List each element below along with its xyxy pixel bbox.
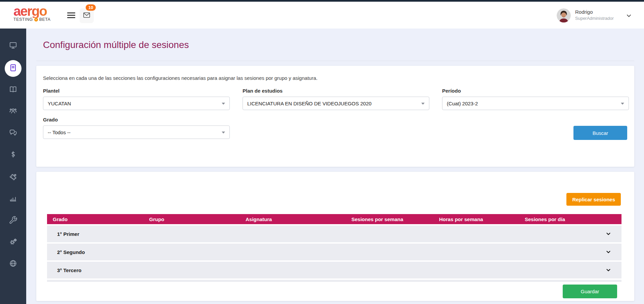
- dollar-icon: [9, 150, 17, 160]
- grade-row-tercero[interactable]: 3° Tercero: [47, 262, 621, 278]
- sidebar-item-web[interactable]: [6, 257, 20, 271]
- table-bottom-strip: [47, 280, 621, 282]
- buscar-button[interactable]: Buscar: [573, 126, 627, 140]
- replicar-sesiones-button[interactable]: Replicar sesiones: [566, 193, 621, 206]
- users-icon: [9, 106, 17, 116]
- logo-ring-icon: [34, 18, 38, 21]
- envelope-icon: [83, 11, 91, 20]
- sidebar-item-reports[interactable]: [6, 192, 20, 206]
- col-asignatura: Asignatura: [240, 216, 346, 222]
- plan-select[interactable]: LICENCIATURA EN DISEÑO DE VIDEOJUEGOS 20…: [243, 97, 429, 110]
- periodo-value: (Cuat) 2023-2: [447, 101, 478, 106]
- grade-row-segundo[interactable]: 2° Segundo: [47, 244, 621, 260]
- monitor-icon: [9, 41, 17, 51]
- col-grupo: Grupo: [143, 216, 240, 222]
- table-header-row: Grado Grupo Asignatura Sesiones por sema…: [47, 214, 621, 224]
- chevron-down-icon[interactable]: [605, 231, 611, 237]
- app-root: aergo TESTING BETA 10: [0, 0, 644, 304]
- logo-wordmark: aergo: [13, 4, 60, 18]
- row-label: 3° Tercero: [47, 267, 81, 273]
- menu-toggle-button[interactable]: [67, 12, 75, 19]
- guardar-button[interactable]: Guardar: [563, 285, 617, 298]
- field-periodo: Período (Cuat) 2023-2: [442, 88, 629, 110]
- plantel-label: Plantel: [43, 88, 230, 94]
- periodo-label: Período: [442, 88, 629, 94]
- row-label: 1° Primer: [47, 231, 79, 237]
- plantel-value: YUCATAN: [48, 101, 71, 106]
- sidebar-item-messages[interactable]: [6, 126, 20, 140]
- logo-beta-label: BETA: [39, 17, 51, 22]
- field-plantel: Plantel YUCATAN: [43, 88, 230, 110]
- caret-down-icon: [421, 103, 425, 105]
- logo-testing-label: TESTING: [13, 17, 33, 22]
- col-horas-semana: Horas por semana: [433, 216, 519, 222]
- periodo-select[interactable]: (Cuat) 2023-2: [442, 97, 629, 110]
- row-label: 2° Segundo: [47, 249, 85, 255]
- page-title: Configuración múltiple de sesiones: [43, 40, 189, 50]
- sidebar-item-modules[interactable]: [6, 171, 20, 185]
- avatar: [557, 8, 571, 22]
- filters-card: Selecciona en cada una de las secciones …: [36, 66, 634, 167]
- messages-count-badge: 10: [86, 4, 96, 11]
- grado-select[interactable]: -- Todos --: [43, 125, 230, 139]
- aergo-logo[interactable]: aergo TESTING BETA: [13, 4, 60, 22]
- bar-chart-icon: [9, 194, 17, 204]
- chat-icon: [9, 128, 17, 138]
- grado-label: Grado: [43, 117, 230, 122]
- field-grado: Grado -- Todos --: [43, 117, 230, 139]
- col-sesiones-semana: Sesiones por semana: [346, 216, 433, 222]
- sidebar-nav: [0, 29, 26, 304]
- plan-value: LICENCIATURA EN DISEÑO DE VIDEOJUEGOS 20…: [247, 101, 372, 106]
- sidebar-item-sessions[interactable]: [5, 60, 22, 77]
- title-divider: [36, 61, 634, 61]
- col-grado: Grado: [47, 216, 143, 222]
- gears-icon: [9, 237, 17, 247]
- globe-icon: [9, 259, 17, 269]
- top-accent-strip: [0, 0, 644, 2]
- journal-icon: [9, 63, 17, 73]
- chevron-down-icon[interactable]: [605, 267, 611, 273]
- chevron-down-icon[interactable]: [605, 249, 611, 255]
- intro-text: Selecciona en cada una de las secciones …: [43, 75, 317, 81]
- wrench-icon: [9, 216, 17, 226]
- caret-down-icon: [222, 103, 225, 105]
- sidebar-item-tools[interactable]: [6, 214, 20, 227]
- sidebar-item-groups[interactable]: [6, 105, 20, 118]
- grado-value: -- Todos --: [48, 130, 71, 135]
- caret-down-icon: [621, 103, 624, 105]
- field-plan-de-estudios: Plan de estudios LICENCIATURA EN DISEÑO …: [243, 88, 429, 110]
- chevron-down-icon[interactable]: [626, 12, 632, 20]
- open-book-icon: [9, 85, 17, 95]
- top-header-bar: aergo TESTING BETA 10: [0, 2, 644, 29]
- puzzle-icon: [9, 173, 17, 183]
- col-sesiones-dia: Sesiones por día: [519, 216, 621, 222]
- sidebar-item-monitor[interactable]: [6, 39, 20, 53]
- sidebar-item-courses[interactable]: [6, 83, 20, 97]
- sessions-table: Grado Grupo Asignatura Sesiones por sema…: [47, 214, 621, 282]
- plantel-select[interactable]: YUCATAN: [43, 97, 230, 110]
- sessions-card: Replicar sesiones Grado Grupo Asignatura…: [36, 172, 634, 301]
- user-menu[interactable]: Rodrigo SuperAdministrador: [554, 8, 635, 24]
- plan-label: Plan de estudios: [243, 88, 429, 94]
- caret-down-icon: [222, 132, 225, 134]
- logo-subtitle: TESTING BETA: [13, 17, 60, 22]
- sidebar-item-settings[interactable]: [6, 236, 20, 249]
- user-role: SuperAdministrador: [575, 16, 614, 21]
- sidebar-item-payments[interactable]: [6, 148, 20, 162]
- user-name: Rodrigo: [575, 9, 593, 15]
- grade-row-primer[interactable]: 1° Primer: [47, 225, 621, 242]
